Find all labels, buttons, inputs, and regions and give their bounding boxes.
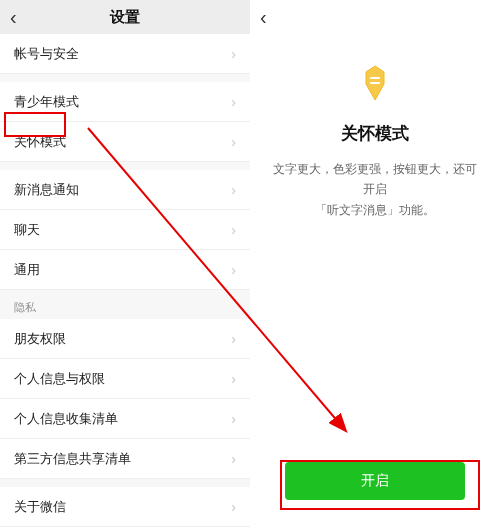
row-label: 关于微信 bbox=[14, 498, 66, 516]
section-privacy: 隐私 bbox=[0, 290, 250, 319]
row-third-party[interactable]: 第三方信息共享清单 › bbox=[0, 439, 250, 479]
row-label: 第三方信息共享清单 bbox=[14, 450, 131, 468]
chevron-right-icon: › bbox=[231, 262, 236, 278]
row-chat[interactable]: 聊天 › bbox=[0, 210, 250, 250]
row-care-mode[interactable]: 关怀模式 › bbox=[0, 122, 250, 162]
row-about[interactable]: 关于微信 › bbox=[0, 487, 250, 527]
care-mode-panel: ‹ 关怀模式 文字更大，色彩更强，按钮更大，还可开启 「听文字消息」功能。 开启 bbox=[250, 0, 500, 528]
care-mode-header: ‹ bbox=[250, 0, 500, 34]
back-icon[interactable]: ‹ bbox=[260, 5, 267, 29]
settings-header: ‹ 设置 bbox=[0, 0, 250, 34]
row-label: 聊天 bbox=[14, 221, 40, 239]
row-label: 个人信息与权限 bbox=[14, 370, 105, 388]
care-mode-desc: 文字更大，色彩更强，按钮更大，还可开启 「听文字消息」功能。 bbox=[250, 159, 500, 220]
back-icon[interactable]: ‹ bbox=[10, 5, 17, 29]
row-personal-info[interactable]: 个人信息与权限 › bbox=[0, 359, 250, 399]
row-account-security[interactable]: 帐号与安全 › bbox=[0, 34, 250, 74]
desc-line: 文字更大，色彩更强，按钮更大，还可开启 bbox=[273, 162, 477, 196]
row-label: 通用 bbox=[14, 261, 40, 279]
divider bbox=[0, 74, 250, 82]
chevron-right-icon: › bbox=[231, 371, 236, 387]
row-friend-permissions[interactable]: 朋友权限 › bbox=[0, 319, 250, 359]
settings-panel: ‹ 设置 帐号与安全 › 青少年模式 › 关怀模式 › 新消息通知 › 聊天 ›… bbox=[0, 0, 250, 528]
row-label: 帐号与安全 bbox=[14, 45, 79, 63]
row-label: 个人信息收集清单 bbox=[14, 410, 118, 428]
divider bbox=[0, 162, 250, 170]
care-mode-title: 关怀模式 bbox=[341, 122, 409, 145]
enable-button[interactable]: 开启 bbox=[285, 462, 465, 500]
settings-list: 帐号与安全 › 青少年模式 › 关怀模式 › 新消息通知 › 聊天 › 通用 ›… bbox=[0, 34, 250, 528]
row-teen-mode[interactable]: 青少年模式 › bbox=[0, 82, 250, 122]
desc-line: 「听文字消息」功能。 bbox=[315, 203, 435, 217]
row-label: 新消息通知 bbox=[14, 181, 79, 199]
chevron-right-icon: › bbox=[231, 94, 236, 110]
chevron-right-icon: › bbox=[231, 451, 236, 467]
row-general[interactable]: 通用 › bbox=[0, 250, 250, 290]
page-title: 设置 bbox=[12, 8, 238, 27]
chevron-right-icon: › bbox=[231, 411, 236, 427]
chevron-right-icon: › bbox=[231, 499, 236, 515]
chevron-right-icon: › bbox=[231, 46, 236, 62]
row-label: 朋友权限 bbox=[14, 330, 66, 348]
chevron-right-icon: › bbox=[231, 182, 236, 198]
divider bbox=[0, 479, 250, 487]
chevron-right-icon: › bbox=[231, 331, 236, 347]
row-label: 关怀模式 bbox=[14, 133, 66, 151]
care-mode-body: 关怀模式 文字更大，色彩更强，按钮更大，还可开启 「听文字消息」功能。 bbox=[250, 34, 500, 220]
chevron-right-icon: › bbox=[231, 222, 236, 238]
row-notifications[interactable]: 新消息通知 › bbox=[0, 170, 250, 210]
chevron-right-icon: › bbox=[231, 134, 236, 150]
row-label: 青少年模式 bbox=[14, 93, 79, 111]
care-mode-icon bbox=[354, 62, 396, 104]
row-data-collection[interactable]: 个人信息收集清单 › bbox=[0, 399, 250, 439]
